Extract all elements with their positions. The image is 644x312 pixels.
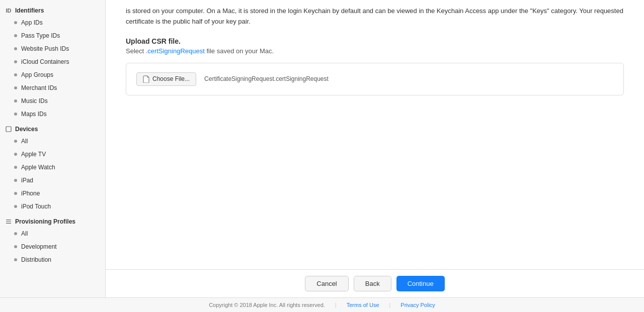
sidebar-item-label: iPhone: [21, 189, 40, 198]
sidebar-item-applewatch[interactable]: Apple Watch: [0, 161, 105, 174]
sidebar-item-iphone[interactable]: iPhone: [0, 187, 105, 200]
sidebar-section-provisioning: Provisioning Profiles All Development Di…: [0, 215, 105, 266]
privacy-link[interactable]: Privacy Policy: [400, 302, 435, 308]
continue-button[interactable]: Continue: [396, 276, 445, 291]
cancel-button[interactable]: Cancel: [305, 276, 348, 291]
sidebar-section-identifiers-label: Identifiers: [15, 7, 44, 14]
sidebar-item-passtypeids[interactable]: Pass Type IDs: [0, 29, 105, 42]
sidebar-item-mapsids[interactable]: Maps IDs: [0, 108, 105, 121]
sidebar-item-label: Maps IDs: [21, 110, 47, 119]
footer-bar: Cancel Back Continue: [106, 269, 644, 297]
sidebar-item-label: Apple TV: [21, 150, 46, 159]
file-upload-box: Choose File... CertificateSigningRequest…: [126, 63, 624, 95]
sidebar-section-provisioning-header[interactable]: Provisioning Profiles: [0, 215, 105, 227]
upload-subtitle: Select .certSigningRequest file saved on…: [126, 47, 624, 55]
sidebar-item-icloudcontainers[interactable]: iCloud Containers: [0, 55, 105, 68]
sidebar-item-development[interactable]: Development: [0, 240, 105, 253]
content-scroll: is stored on your computer. On a Mac, it…: [106, 0, 644, 269]
sidebar-section-devices-header[interactable]: Devices: [0, 123, 105, 135]
sidebar-item-label: Merchant IDs: [21, 83, 57, 92]
bullet-icon: [14, 258, 17, 261]
svg-rect-3: [6, 223, 11, 224]
bullet-icon: [14, 166, 17, 169]
content-area: is stored on your computer. On a Mac, it…: [106, 0, 644, 297]
sidebar-section-devices-label: Devices: [15, 126, 38, 133]
sidebar-item-devices-all[interactable]: All: [0, 135, 105, 148]
sidebar-item-musicids[interactable]: Music IDs: [0, 94, 105, 108]
bullet-icon: [14, 245, 17, 248]
terms-link[interactable]: Terms of Use: [347, 302, 379, 308]
file-name: CertificateSigningRequest.certSigningReq…: [204, 75, 329, 82]
upload-section: Upload CSR file. Select .certSigningRequ…: [126, 37, 624, 95]
footer-divider: |: [335, 302, 337, 308]
sidebar-item-label: Distribution: [21, 255, 51, 264]
devices-icon: [5, 126, 12, 133]
sidebar-item-ipad[interactable]: iPad: [0, 174, 105, 187]
identifiers-icon: ID: [5, 7, 12, 14]
sidebar: ID Identifiers App IDs Pass Type IDs Web…: [0, 0, 106, 297]
bullet-icon: [14, 86, 17, 89]
bullet-icon: [14, 34, 17, 37]
choose-file-label: Choose File...: [152, 75, 190, 82]
bullet-icon: [14, 113, 17, 116]
sidebar-section-identifiers: ID Identifiers App IDs Pass Type IDs Web…: [0, 4, 105, 121]
back-button[interactable]: Back: [354, 276, 391, 291]
upload-subtitle-suffix: file saved on your Mac.: [205, 47, 274, 55]
sidebar-item-appletv[interactable]: Apple TV: [0, 148, 105, 161]
sidebar-section-devices: Devices All Apple TV Apple Watch iPad iP…: [0, 123, 105, 213]
sidebar-item-label: Music IDs: [21, 96, 48, 106]
upload-subtitle-prefix: Select: [126, 47, 146, 55]
provisioning-icon: [5, 218, 12, 225]
copyright-text: Copyright © 2018 Apple Inc. All rights r…: [209, 302, 325, 308]
sidebar-item-appgroups[interactable]: App Groups: [0, 68, 105, 81]
sidebar-section-identifiers-header[interactable]: ID Identifiers: [0, 4, 105, 16]
upload-title: Upload CSR file.: [126, 37, 624, 45]
sidebar-item-label: Pass Type IDs: [21, 31, 60, 40]
bullet-icon: [14, 232, 17, 235]
bullet-icon: [14, 179, 17, 182]
sidebar-item-websitepushids[interactable]: Website Push IDs: [0, 42, 105, 55]
bullet-icon: [14, 21, 17, 24]
sidebar-item-ipodtouch[interactable]: iPod Touch: [0, 200, 105, 213]
sidebar-item-label: iPad: [21, 176, 33, 185]
sidebar-section-provisioning-label: Provisioning Profiles: [15, 218, 75, 225]
bullet-icon: [14, 60, 17, 63]
bullet-icon: [14, 99, 17, 102]
sidebar-item-distribution[interactable]: Distribution: [0, 253, 105, 266]
sidebar-item-label: All: [21, 137, 28, 146]
svg-rect-2: [6, 221, 11, 222]
sidebar-item-label: All: [21, 229, 28, 238]
sidebar-item-label: App IDs: [21, 18, 43, 27]
intro-text: is stored on your computer. On a Mac, it…: [126, 0, 624, 27]
page-footer: Copyright © 2018 Apple Inc. All rights r…: [0, 297, 644, 312]
sidebar-item-label: App Groups: [21, 70, 53, 79]
sidebar-item-label: Apple Watch: [21, 163, 55, 172]
svg-rect-0: [6, 127, 11, 132]
bullet-icon: [14, 192, 17, 195]
sidebar-item-label: iCloud Containers: [21, 57, 69, 66]
sidebar-item-merchantids[interactable]: Merchant IDs: [0, 81, 105, 94]
bullet-icon: [14, 73, 17, 76]
svg-rect-1: [6, 220, 11, 220]
bullet-icon: [14, 205, 17, 208]
sidebar-item-provisioning-all[interactable]: All: [0, 227, 105, 240]
choose-file-button[interactable]: Choose File...: [136, 72, 196, 86]
upload-subtitle-link[interactable]: .certSigningRequest: [146, 47, 205, 55]
footer-divider2: |: [389, 302, 391, 308]
sidebar-item-label: Website Push IDs: [21, 44, 69, 53]
sidebar-item-label: iPod Touch: [21, 202, 51, 211]
sidebar-item-appids[interactable]: App IDs: [0, 16, 105, 29]
bullet-icon: [14, 140, 17, 143]
bullet-icon: [14, 47, 17, 50]
bullet-icon: [14, 153, 17, 156]
file-icon: [143, 75, 149, 83]
sidebar-item-label: Development: [21, 242, 57, 251]
